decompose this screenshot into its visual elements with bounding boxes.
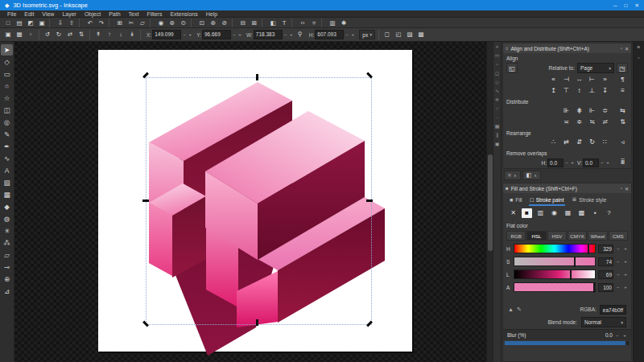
slider-decrement[interactable]: − (616, 272, 621, 277)
deselect-icon[interactable]: ▫ (26, 30, 35, 39)
mode-hsl[interactable]: HSL (526, 231, 546, 241)
pencil-tool[interactable]: ✎ (1, 129, 13, 140)
close-button[interactable]: ✕ (635, 2, 639, 9)
width-input[interactable]: 718.383 (254, 30, 283, 39)
distribute-left-edges[interactable]: ⊪ (561, 106, 572, 116)
text-tool[interactable]: A (1, 165, 13, 176)
align-dialog-icon[interactable]: ⌗ (309, 19, 319, 27)
close-icon[interactable]: ✕ (625, 186, 629, 191)
float-panel-icon[interactable]: ▫ (621, 186, 622, 191)
paint-flat-color[interactable]: ■ (522, 208, 532, 218)
flip-horizontal-icon[interactable]: ⇄ (65, 30, 75, 39)
zoom-page-icon[interactable]: ⊙ (179, 19, 188, 27)
cut-icon[interactable]: ✂ (126, 19, 136, 27)
paint-pattern[interactable]: ▦ (563, 208, 573, 218)
unclump[interactable]: ◃ (617, 138, 628, 147)
distribute-centers-vertically[interactable]: ≑ (574, 117, 584, 127)
align-right-edges[interactable]: ⊢ (587, 75, 597, 84)
tab-fill[interactable]: ■ Fill (508, 196, 524, 206)
mode-cms[interactable]: CMS (609, 231, 628, 241)
flip-vertical-icon[interactable]: ⇅ (76, 30, 86, 39)
slider-marker[interactable] (570, 269, 572, 280)
blur-decrement[interactable]: − (615, 333, 620, 338)
x-input[interactable]: 149.099 (152, 30, 181, 39)
overlap-h-input[interactable]: 0.0 (547, 158, 564, 167)
export-icon[interactable]: ⇧ (67, 19, 76, 27)
paint-radial-gradient[interactable]: ◉ (549, 208, 559, 218)
slider-increment[interactable]: + (623, 285, 628, 290)
document-properties-icon[interactable]: ▥ (328, 19, 337, 27)
exchange-selection-order[interactable]: ⇄ (561, 138, 572, 147)
slider-marker[interactable] (588, 244, 589, 254)
ungroup-icon[interactable]: ⊠ (250, 19, 259, 27)
width-increment[interactable]: + (289, 32, 294, 37)
eraser-tool[interactable]: ▱ (1, 249, 13, 261)
align-bottom-edges[interactable]: ⊥ (587, 86, 597, 96)
rotate-ccw-icon[interactable]: ↺ (43, 30, 52, 39)
lower-icon[interactable]: ↓ (116, 30, 126, 39)
ellipse-tool[interactable]: ○ (1, 80, 13, 92)
distribute-right-edges[interactable]: ⊩ (587, 106, 597, 116)
hue-slider[interactable] (514, 244, 596, 253)
dialog-tab-fill-stroke[interactable]: ◧ ∧ (522, 171, 541, 180)
slider-decrement[interactable]: − (616, 246, 621, 251)
zoom-selection-icon[interactable]: ◉ (156, 19, 166, 27)
tweak-tool[interactable]: ✳ (1, 225, 13, 237)
x-decrement[interactable]: − (182, 32, 187, 37)
snap-nodes-icon[interactable]: ◇ (495, 80, 499, 84)
canvas[interactable] (14, 42, 486, 362)
slider-increment[interactable]: + (623, 259, 628, 264)
snap-grid-icon[interactable]: ▦ (495, 124, 500, 129)
transform-stroke-icon[interactable]: ◻ (382, 30, 392, 39)
menu-item[interactable]: Edit (20, 10, 38, 18)
overlap-h-increment[interactable]: + (570, 160, 575, 165)
gradient-tool[interactable]: ▧ (1, 177, 13, 188)
select-all-icon[interactable]: ▣ (3, 30, 13, 39)
mode-wheel[interactable]: Wheel (588, 231, 607, 241)
snap-path-icon[interactable]: ∿ (495, 88, 499, 93)
exchange-positions[interactable]: ⇆ (617, 106, 628, 116)
text-align-horizontal[interactable]: ¶ (617, 75, 628, 84)
snap-toggle-icon[interactable]: ⌖ (496, 44, 498, 49)
distribute-top-edges[interactable]: ≍ (561, 117, 572, 127)
menu-item[interactable]: View (38, 10, 58, 18)
mode-cmyk[interactable]: CMYK (568, 231, 587, 241)
box3d-tool[interactable]: ◫ (1, 105, 13, 116)
distribute-horizontal-gaps[interactable]: ≎ (600, 106, 610, 116)
spiral-tool[interactable]: ◎ (1, 117, 13, 128)
remove-overlaps-button[interactable]: ⅲ (617, 158, 628, 167)
vertical-scrollbar[interactable] (486, 42, 493, 362)
slider-increment[interactable]: + (623, 246, 628, 251)
height-input[interactable]: 607.093 (315, 30, 344, 39)
dock-menu-icon[interactable]: ≡ (638, 44, 641, 50)
float-panel-icon[interactable]: ▫ (621, 46, 622, 51)
slider-decrement[interactable]: − (616, 285, 621, 290)
measure-tool[interactable]: ⊿ (1, 286, 13, 297)
import-icon[interactable]: ⇩ (56, 19, 65, 27)
rgba-input[interactable]: ea74b0ff (600, 305, 626, 315)
width-decrement[interactable]: − (283, 32, 288, 37)
preferences-icon[interactable]: ✱ (339, 19, 349, 27)
text-align-vertical[interactable]: ≡ (617, 86, 628, 96)
menu-item[interactable]: Layer (58, 10, 80, 18)
slider-value[interactable]: 100 (598, 283, 613, 292)
blur-slider[interactable] (505, 341, 630, 345)
menu-item[interactable]: Extensions (166, 10, 201, 18)
menu-item[interactable]: Object (80, 10, 105, 18)
pen-tool[interactable]: ✒ (1, 141, 13, 152)
open-icon[interactable]: ▤ (14, 19, 24, 27)
menu-item[interactable]: File (3, 10, 20, 18)
snap-bbox-corners-icon[interactable]: ◻ (495, 71, 499, 76)
paint-bucket-tool[interactable]: ◍ (1, 213, 13, 224)
selection-handle-e[interactable] (366, 200, 373, 202)
connector-tool[interactable]: ⊸ (1, 261, 13, 273)
lower-to-bottom-icon[interactable]: ↡ (127, 30, 137, 39)
star-tool[interactable]: ☆ (1, 93, 13, 104)
fill-stroke-dialog-icon[interactable]: ◧ (268, 19, 278, 27)
distribute-bottom-edges[interactable]: ≒ (587, 117, 597, 127)
tab-stroke-style[interactable]: ≣ Stroke style (570, 195, 608, 206)
lightness-slider[interactable] (514, 269, 596, 279)
center-horizontal[interactable]: ↔ (574, 75, 584, 84)
overlap-v-increment[interactable]: + (605, 160, 610, 165)
paint-unknown[interactable]: ▪ (590, 208, 601, 218)
